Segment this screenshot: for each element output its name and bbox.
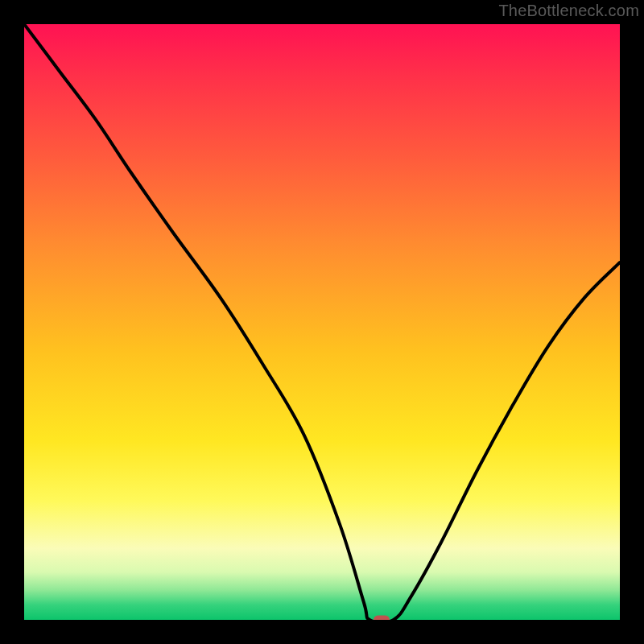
bottleneck-curve	[24, 24, 620, 620]
watermark-text: TheBottleneck.com	[498, 2, 639, 20]
plot-area	[24, 24, 620, 620]
chart-container: TheBottleneck.com	[0, 0, 644, 644]
nadir-marker	[374, 616, 390, 621]
